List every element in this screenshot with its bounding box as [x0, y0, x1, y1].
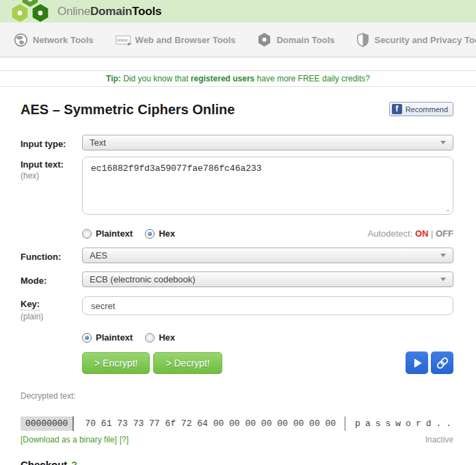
radio-icon [82, 333, 92, 343]
chevron-down-icon [440, 254, 446, 257]
main-nav: Network Tools www. Web and Browser Tools… [0, 23, 476, 57]
autodetect-label: Autodetect: [367, 228, 412, 239]
key-hex-radio[interactable]: Hex [145, 332, 175, 343]
tip-banner: Tip: Did you know that registered users … [0, 70, 476, 87]
function-label: Function: [21, 252, 61, 262]
site-header: OnlineDomainTools [0, 0, 476, 23]
key-label: Key: [21, 299, 82, 310]
radio-icon [145, 333, 155, 343]
input-plaintext-radio[interactable]: Plaintext [82, 228, 133, 239]
input-format-radio-group: Plaintext Hex [82, 228, 175, 239]
chevron-down-icon [440, 141, 446, 144]
logo[interactable]: OnlineDomainTools [8, 0, 161, 23]
chain-link-icon [435, 356, 450, 371]
page-title: AES – Symmetric Ciphers Online [21, 102, 235, 118]
play-icon [410, 356, 424, 370]
nav-item-security-privacy-tools[interactable]: Security and Privacy Tools [356, 33, 476, 47]
hexdump-bytes: 70 61 73 73 77 6f 72 64 00 00 00 00 00 0… [74, 416, 336, 431]
radio-icon [145, 229, 155, 239]
tip-prefix: Tip: [106, 74, 121, 83]
key-plaintext-radio[interactable]: Plaintext [82, 332, 133, 343]
input-type-value: Text [90, 137, 435, 148]
function-select[interactable]: AES [82, 248, 453, 263]
facebook-icon: f [392, 104, 402, 114]
nav-item-web-browser-tools[interactable]: www. Web and Browser Tools [116, 35, 236, 45]
main-content: AES – Symmetric Ciphers Online f Recomme… [0, 102, 476, 465]
play-button[interactable] [406, 351, 428, 374]
nav-item-domain-tools[interactable]: Domain Tools [257, 32, 334, 47]
logo-text: OnlineDomainTools [57, 5, 161, 18]
input-text-label: Input text: [21, 159, 82, 170]
input-text-sublabel: (hex) [21, 171, 82, 181]
hexdump-output: 00000000 70 61 73 73 77 6f 72 64 00 00 0… [21, 416, 453, 431]
tip-text: have more FREE daily credits? [254, 74, 370, 83]
radio-icon [82, 229, 92, 239]
input-type-select[interactable]: Text [82, 135, 453, 150]
hexagon-icon [257, 32, 272, 47]
decrypted-text-label: Decrypted text: [21, 391, 453, 401]
shield-icon [356, 33, 369, 47]
logo-online: Online [57, 5, 90, 18]
autodetect-off-link[interactable]: OFF [436, 228, 453, 239]
nav-label: Security and Privacy Tools [374, 35, 476, 45]
decrypt-button[interactable]: > Decrypt! [153, 352, 222, 374]
permalink-button[interactable] [431, 351, 453, 374]
download-help-link[interactable]: [?] [120, 435, 129, 444]
chevron-down-icon [440, 278, 446, 281]
nav-label: Domain Tools [276, 35, 334, 45]
key-input[interactable] [82, 296, 453, 315]
checkout-title: Checkout [21, 459, 67, 465]
key-format-radio-group: Plaintext Hex [82, 332, 175, 343]
registered-users-link[interactable]: registered users [191, 74, 254, 83]
encrypt-button[interactable]: > Encrypt! [82, 352, 150, 374]
nav-item-network-tools[interactable]: Network Tools [14, 33, 94, 47]
key-sublabel: (plain) [21, 312, 82, 321]
recommend-label: Recommend [406, 105, 448, 114]
nav-label: Network Tools [33, 35, 94, 45]
download-binary-link[interactable]: [Download as a binary file] [21, 435, 117, 444]
autodetect-on-link[interactable]: ON [415, 228, 429, 239]
mode-label: Mode: [21, 276, 47, 286]
mode-value: ECB (electronic codebook) [90, 274, 435, 284]
status-inactive: Inactive [425, 435, 453, 444]
autodetect-control: Autodetect: ON | OFF [367, 228, 453, 239]
www-icon: www. [116, 36, 131, 44]
hexdump-offset: 00000000 [21, 416, 74, 431]
tip-text: Did you know that [121, 74, 191, 83]
input-type-label: Input type: [21, 139, 66, 149]
input-text-area[interactable]: ec16882f9fd3a59077fae786fc46a233 [82, 157, 453, 215]
hexagons-logo-icon [8, 0, 52, 23]
facebook-recommend-button[interactable]: f Recommend [389, 102, 453, 116]
globe-icon [14, 33, 28, 47]
hexdump-ascii: password........ [345, 416, 453, 431]
checkout-help-link[interactable]: ? [71, 460, 77, 465]
function-value: AES [90, 250, 435, 261]
mode-select[interactable]: ECB (electronic codebook) [82, 271, 453, 287]
logo-domain: Domain [90, 5, 132, 18]
logo-tools: Tools [132, 5, 161, 18]
input-hex-radio[interactable]: Hex [145, 228, 175, 239]
nav-label: Web and Browser Tools [135, 35, 236, 45]
